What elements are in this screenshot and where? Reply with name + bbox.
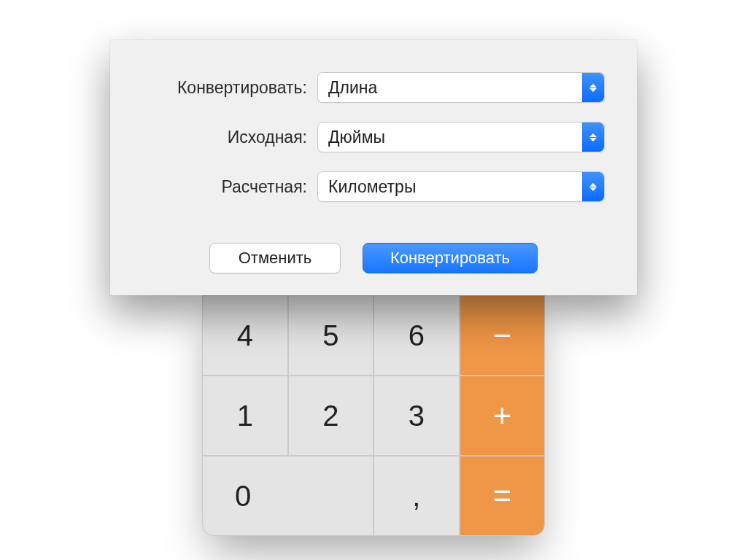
key-equals[interactable]: = bbox=[460, 456, 546, 536]
row-from: Исходная: Дюймы bbox=[142, 122, 605, 152]
stepper-icon bbox=[582, 73, 604, 102]
chevron-up-icon bbox=[589, 84, 597, 88]
chevron-down-icon bbox=[589, 138, 597, 141]
select-category-value: Длина bbox=[328, 78, 377, 98]
key-1[interactable]: 1 bbox=[202, 376, 288, 456]
label-convert: Конвертировать: bbox=[142, 78, 317, 98]
select-from-unit[interactable]: Дюймы bbox=[317, 122, 605, 152]
select-to-unit[interactable]: Километры bbox=[317, 171, 605, 202]
calculator-grid: 4 5 6 − 1 2 3 + 0 , = bbox=[202, 295, 545, 536]
chevron-up-icon bbox=[589, 133, 597, 137]
select-category[interactable]: Длина bbox=[317, 72, 605, 103]
key-2[interactable]: 2 bbox=[288, 376, 374, 456]
chevron-down-icon bbox=[589, 88, 597, 92]
key-5[interactable]: 5 bbox=[288, 295, 374, 376]
calculator-keypad: 4 5 6 − 1 2 3 + 0 , = bbox=[202, 295, 545, 536]
row-to: Расчетная: Километры bbox=[142, 171, 605, 202]
cancel-button[interactable]: Отменить bbox=[209, 243, 341, 273]
key-decimal[interactable]: , bbox=[374, 456, 460, 536]
key-3[interactable]: 3 bbox=[374, 376, 460, 456]
key-4[interactable]: 4 bbox=[202, 295, 288, 376]
label-to: Расчетная: bbox=[142, 177, 317, 197]
conversion-dialog: Конвертировать: Длина Исходная: Дюймы Ра… bbox=[110, 40, 637, 295]
label-from: Исходная: bbox=[142, 128, 317, 147]
key-0[interactable]: 0 bbox=[202, 456, 374, 536]
select-from-value: Дюймы bbox=[328, 128, 385, 147]
row-convert: Конвертировать: Длина bbox=[142, 72, 605, 103]
key-minus[interactable]: − bbox=[460, 295, 546, 376]
select-to-value: Километры bbox=[328, 177, 416, 197]
chevron-down-icon bbox=[589, 187, 597, 191]
stepper-icon bbox=[582, 122, 604, 152]
key-plus[interactable]: + bbox=[460, 376, 546, 456]
stepper-icon bbox=[582, 172, 604, 201]
convert-button[interactable]: Конвертировать bbox=[363, 243, 538, 273]
key-6[interactable]: 6 bbox=[374, 295, 460, 376]
chevron-up-icon bbox=[589, 183, 597, 187]
dialog-button-row: Отменить Конвертировать bbox=[110, 243, 637, 273]
